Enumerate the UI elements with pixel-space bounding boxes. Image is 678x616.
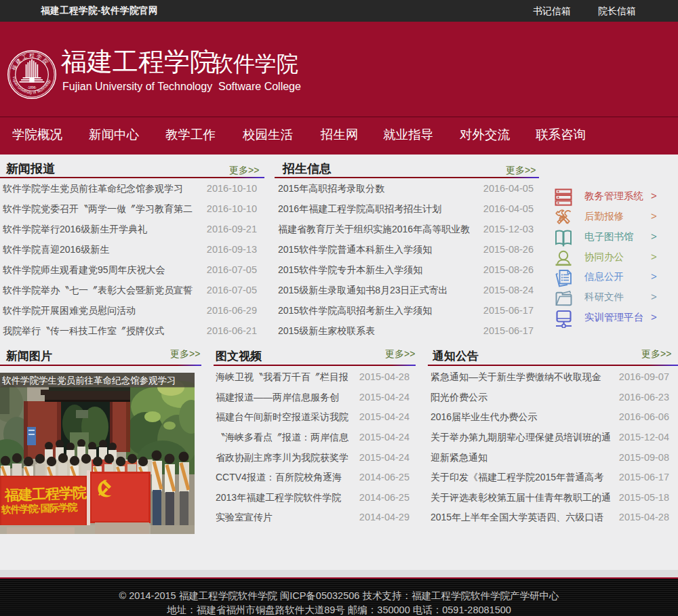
svg-text:福建工程学院: 福建工程学院 bbox=[4, 485, 87, 503]
svg-text:·1896·: ·1896· bbox=[27, 85, 37, 89]
svg-text:软件学院学生党员前往革命纪念馆参观学习: 软件学院学生党员前往革命纪念馆参观学习 bbox=[2, 375, 176, 386]
